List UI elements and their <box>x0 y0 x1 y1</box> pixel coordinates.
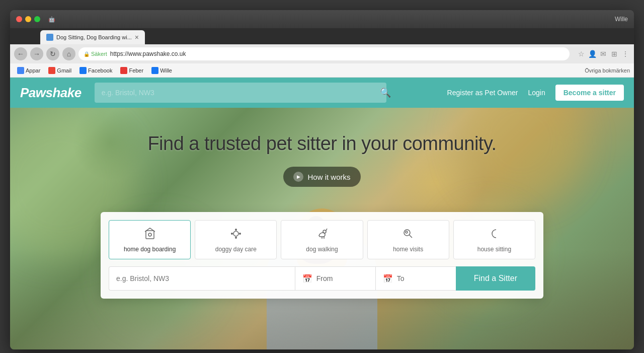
feber-icon <box>120 67 127 74</box>
tab-close-button[interactable]: × <box>135 33 139 41</box>
profile-icon[interactable]: 👤 <box>588 49 597 58</box>
site-navbar: Pawshake 🔍 Register as Pet Owner Login B… <box>10 78 634 108</box>
how-it-works-button[interactable]: ▶ How it works <box>283 167 360 187</box>
find-sitter-button[interactable]: Find a Sitter <box>456 266 535 291</box>
active-tab[interactable]: Dog Sitting, Dog Boarding wi... × <box>40 30 145 44</box>
forward-button[interactable]: → <box>30 47 43 60</box>
bookmarks-bar: Appar Gmail Facebook Feber Wille Övriga … <box>10 63 634 78</box>
hero-content: Find a trusted pet sitter in your commun… <box>10 108 634 202</box>
traffic-lights[interactable] <box>16 16 40 22</box>
service-tab-house-sitting[interactable]: house sitting <box>453 220 535 259</box>
search-row: 📅 From 📅 To Find a Sitter <box>109 266 535 291</box>
bookmark-feber[interactable]: Feber <box>117 66 146 75</box>
svg-point-4 <box>235 237 237 239</box>
svg-point-1 <box>148 233 151 236</box>
facebook-icon <box>79 67 87 74</box>
svg-rect-0 <box>146 231 154 239</box>
house-sitting-icon <box>487 227 501 243</box>
dog-walking-label: dog walking <box>306 246 338 253</box>
search-panel: home dog boardingdoggy day caredog walki… <box>101 212 543 299</box>
back-button[interactable]: ← <box>14 47 27 60</box>
address-bar[interactable]: 🔒 Säkert https://www.pawshake.co.uk <box>78 47 570 60</box>
bookmark-gmail[interactable]: Gmail <box>45 66 74 75</box>
maximize-window-button[interactable] <box>34 16 40 22</box>
from-date-input[interactable]: 📅 From <box>295 266 375 291</box>
refresh-button[interactable]: ↻ <box>46 47 59 60</box>
doggy-day-care-label: doggy day care <box>215 246 257 253</box>
calendar-to-icon: 📅 <box>383 274 393 284</box>
service-tab-home-dog-boarding[interactable]: home dog boarding <box>109 220 191 259</box>
service-tab-dog-walking[interactable]: dog walking <box>281 220 363 259</box>
login-link[interactable]: Login <box>528 89 545 97</box>
menu-icon[interactable]: ⋮ <box>621 49 630 58</box>
bookmark-apps[interactable]: Appar <box>14 66 43 75</box>
bookmarks-right[interactable]: Övriga bokmärken <box>585 67 630 74</box>
svg-point-9 <box>406 231 408 233</box>
bookmark-facebook[interactable]: Facebook <box>76 66 115 75</box>
home-dog-boarding-icon <box>143 227 157 243</box>
service-tabs: home dog boardingdoggy day caredog walki… <box>109 220 535 259</box>
service-tab-home-visits[interactable]: home visits <box>367 220 449 259</box>
url-display: https://www.pawshake.co.uk <box>110 50 186 57</box>
lock-icon: 🔒 <box>84 51 90 57</box>
layers-icon[interactable]: ⊞ <box>610 49 619 58</box>
svg-point-2 <box>233 231 238 236</box>
calendar-from-icon: 📅 <box>302 274 312 284</box>
service-tab-doggy-day-care[interactable]: doggy day care <box>195 220 277 259</box>
android-icon: 🤖 <box>48 16 55 23</box>
become-sitter-button[interactable]: Become a sitter <box>555 85 624 101</box>
tab-favicon <box>46 34 53 41</box>
home-button[interactable]: ⌂ <box>62 47 75 60</box>
nav-links: Register as Pet Owner Login Become a sit… <box>447 85 624 101</box>
dog-walking-icon <box>315 227 329 243</box>
location-search-input[interactable] <box>109 266 295 291</box>
nav-search-button[interactable]: 🔍 <box>376 84 394 102</box>
close-window-button[interactable] <box>16 16 22 22</box>
house-sitting-label: house sitting <box>477 246 511 253</box>
tab-title: Dog Sitting, Dog Boarding wi... <box>56 34 132 40</box>
home-dog-boarding-label: home dog boarding <box>124 246 176 253</box>
apps-icon <box>17 67 24 74</box>
mail-icon[interactable]: ✉ <box>599 49 608 58</box>
svg-point-6 <box>239 233 241 235</box>
home-visits-icon <box>401 227 415 243</box>
secure-badge: 🔒 Säkert <box>84 51 107 57</box>
bookmark-wille[interactable]: Wille <box>148 66 175 75</box>
doggy-day-care-icon <box>229 227 243 243</box>
svg-point-3 <box>235 229 237 231</box>
gmail-icon <box>48 67 55 74</box>
hero-title: Find a trusted pet sitter in your commun… <box>20 133 624 155</box>
to-date-input[interactable]: 📅 To <box>375 266 456 291</box>
home-visits-label: home visits <box>393 246 423 253</box>
site-content: Pawshake 🔍 Register as Pet Owner Login B… <box>10 78 634 349</box>
title-bar-user: Wille <box>615 16 628 23</box>
nav-search-input[interactable] <box>95 83 386 103</box>
site-logo: Pawshake <box>20 85 82 101</box>
address-bar-icons: ☆ 👤 ✉ ⊞ ⋮ <box>577 49 630 58</box>
svg-point-5 <box>231 233 233 235</box>
search-icon: 🔍 <box>380 87 391 98</box>
play-icon: ▶ <box>293 172 303 182</box>
register-link[interactable]: Register as Pet Owner <box>447 89 518 97</box>
minimize-window-button[interactable] <box>25 16 31 22</box>
tab-bar: Dog Sitting, Dog Boarding wi... × <box>10 28 634 44</box>
wille-icon <box>151 67 158 74</box>
bookmark-icon[interactable]: ☆ <box>577 49 586 58</box>
address-bar-row: ← → ↻ ⌂ 🔒 Säkert https://www.pawshake.co… <box>10 44 634 63</box>
